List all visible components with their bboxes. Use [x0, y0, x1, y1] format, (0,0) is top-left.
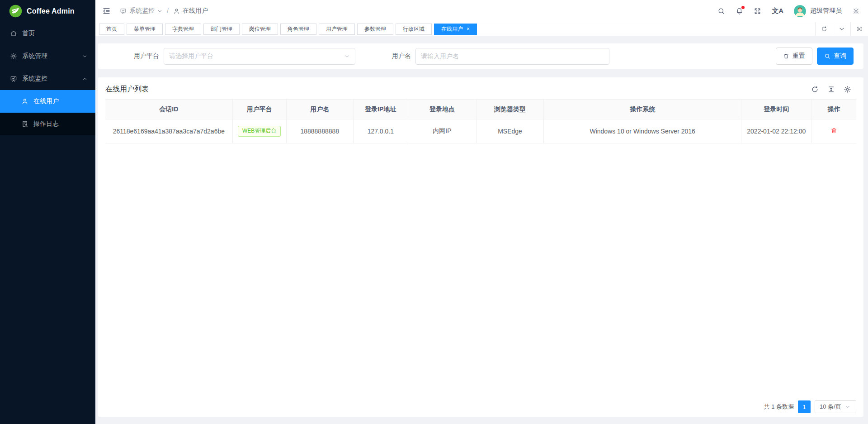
sidebar-item-label: 系统监控	[22, 75, 47, 83]
username-label: 用户名	[392, 52, 411, 60]
page-1-button[interactable]: 1	[798, 400, 811, 413]
tab-menu-management[interactable]: 菜单管理	[127, 24, 163, 35]
search-icon	[824, 53, 830, 59]
sidebar-item-label: 系统管理	[22, 52, 47, 60]
tab-label: 岗位管理	[249, 25, 271, 33]
sidebar-item-system-management[interactable]: 系统管理	[0, 45, 95, 67]
breadcrumb-system-monitor[interactable]: 系统监控	[120, 7, 162, 15]
cell-session-id: 26118e6169aa41a387aa3ca7a7d2a6be	[105, 119, 232, 143]
chevron-down-icon	[82, 54, 87, 59]
tabbar: 首页 菜单管理 字典管理 部门管理 岗位管理 角色管理 用户管理 参数管理 行政…	[95, 22, 868, 36]
breadcrumb-online-users[interactable]: 在线用户	[173, 7, 208, 15]
table-row: 26118e6169aa41a387aa3ca7a7d2a6be WEB管理后台…	[105, 119, 856, 143]
fullscreen-icon	[754, 7, 761, 15]
tab-param-management[interactable]: 参数管理	[357, 24, 393, 35]
notification-dot	[741, 6, 745, 9]
tab-dept-management[interactable]: 部门管理	[203, 24, 240, 35]
tab-user-management[interactable]: 用户管理	[319, 24, 355, 35]
query-button[interactable]: 查询	[817, 48, 854, 65]
platform-select-placeholder: 请选择用户平台	[169, 52, 213, 60]
sidebar-item-label: 首页	[22, 29, 35, 38]
fullscreen-button[interactable]	[754, 7, 761, 15]
col-username: 用户名	[286, 100, 353, 119]
pagination: 共 1 条数据 1 10 条/页	[764, 400, 856, 413]
tab-role-management[interactable]: 角色管理	[280, 24, 316, 35]
online-users-table: 会话ID 用户平台 用户名 登录IP地址 登录地点 浏览器类型 操作系统 登录时…	[105, 99, 856, 143]
page-size-select[interactable]: 10 条/页	[815, 400, 856, 413]
filter-card: 用户平台 请选择用户平台 用户名 重置 查询	[98, 43, 863, 69]
card-title: 在线用户列表	[105, 85, 149, 94]
tab-dict-management[interactable]: 字典管理	[165, 24, 201, 35]
sidebar-item-operation-logs[interactable]: 操作日志	[0, 113, 95, 135]
tab-label: 菜单管理	[134, 25, 156, 33]
page-size-value: 10 条/页	[820, 403, 841, 411]
user-menu[interactable]: 超级管理员	[794, 5, 842, 17]
sidebar-item-home[interactable]: 首页	[0, 22, 95, 45]
refresh-tab-button[interactable]	[815, 22, 833, 36]
sidebar-item-online-users[interactable]: 在线用户	[0, 90, 95, 113]
main-area: 系统监控 / 在线用户 文	[95, 0, 868, 424]
sidebar-menu: 首页 系统管理 系统监控 在线用户 操作日志	[0, 22, 95, 424]
force-logout-button[interactable]	[830, 127, 837, 134]
chevron-down-icon	[845, 404, 850, 410]
cell-location: 内网IP	[408, 119, 476, 143]
maximize-content-button[interactable]	[850, 22, 868, 36]
user-icon	[21, 98, 28, 105]
username-input[interactable]	[415, 48, 609, 65]
gear-icon	[10, 52, 17, 60]
col-ip: 登录IP地址	[353, 100, 408, 119]
gear-icon	[852, 7, 860, 15]
refresh-icon[interactable]	[811, 86, 819, 93]
sidebar-item-system-monitor[interactable]: 系统监控	[0, 67, 95, 90]
translate-icon[interactable]: 文A	[772, 7, 783, 15]
chevron-down-icon	[344, 53, 350, 59]
tab-label: 字典管理	[172, 25, 194, 33]
menu-fold-icon	[102, 7, 111, 15]
col-platform: 用户平台	[232, 100, 286, 119]
platform-label: 用户平台	[134, 52, 159, 60]
reset-button-label: 重置	[793, 52, 805, 60]
page-content: 用户平台 请选择用户平台 用户名 重置 查询	[95, 36, 868, 424]
search-button[interactable]	[717, 7, 725, 15]
trash-icon	[830, 127, 837, 134]
tab-label: 参数管理	[364, 25, 386, 33]
monitor-icon	[10, 75, 17, 82]
tab-label: 部门管理	[211, 25, 232, 33]
reset-button[interactable]: 重置	[776, 48, 812, 65]
avatar-image	[794, 5, 806, 17]
log-icon	[21, 120, 28, 128]
open-tabs: 首页 菜单管理 字典管理 部门管理 岗位管理 角色管理 用户管理 参数管理 行政…	[95, 24, 815, 35]
logo[interactable]: Coffee Admin	[0, 0, 95, 22]
breadcrumb-label: 在线用户	[183, 7, 208, 15]
online-users-card: 在线用户列表 会话ID 用户平台	[98, 77, 863, 417]
logo-text: Coffee Admin	[27, 7, 75, 15]
density-icon[interactable]	[827, 86, 835, 93]
app-root: Coffee Admin 首页 系统管理 系统监控 在线用户	[0, 0, 868, 424]
breadcrumb-separator: /	[167, 7, 169, 14]
tab-label: 角色管理	[288, 25, 309, 33]
collapse-sidebar-button[interactable]	[102, 7, 111, 15]
tab-label: 在线用户	[441, 25, 463, 33]
leaf-logo-icon	[9, 5, 22, 18]
tab-online-users[interactable]: 在线用户 ×	[434, 24, 477, 35]
tab-options-button[interactable]	[833, 22, 850, 36]
monitor-icon	[120, 8, 127, 14]
layout-settings-button[interactable]	[852, 7, 860, 15]
sidebar-item-label: 在线用户	[33, 97, 59, 105]
sidebar-submenu-system-monitor: 在线用户 操作日志	[0, 90, 95, 135]
card-header: 在线用户列表	[98, 77, 863, 99]
platform-select[interactable]: 请选择用户平台	[164, 48, 355, 65]
column-settings-icon[interactable]	[844, 86, 851, 93]
notifications-button[interactable]	[736, 7, 743, 15]
tab-home[interactable]: 首页	[99, 24, 124, 35]
cell-username: 18888888888	[286, 119, 353, 143]
tab-admin-region[interactable]: 行政区域	[396, 24, 432, 35]
current-user-name: 超级管理员	[810, 7, 842, 15]
tab-post-management[interactable]: 岗位管理	[242, 24, 278, 35]
query-button-label: 查询	[834, 52, 846, 60]
tab-close-icon[interactable]: ×	[467, 26, 470, 32]
col-browser: 浏览器类型	[476, 100, 543, 119]
tab-label: 用户管理	[326, 25, 348, 33]
pagination-total: 共 1 条数据	[764, 403, 794, 411]
topbar: 系统监控 / 在线用户 文	[95, 0, 868, 22]
